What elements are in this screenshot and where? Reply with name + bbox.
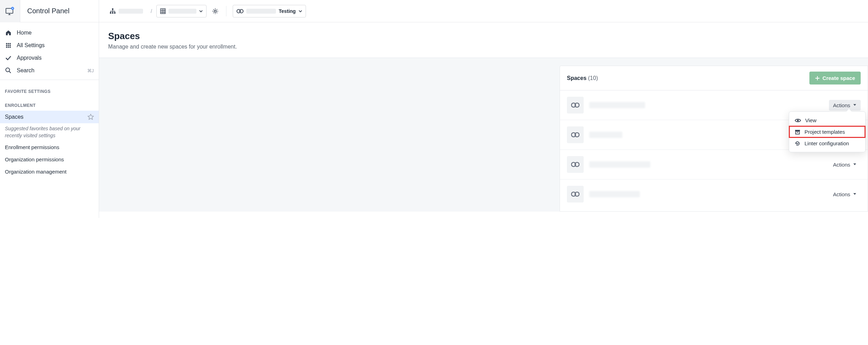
svg-rect-31 bbox=[795, 130, 800, 131]
dropdown-view[interactable]: View bbox=[789, 115, 865, 126]
svg-rect-32 bbox=[796, 131, 800, 134]
nav-spaces[interactable]: Spaces bbox=[0, 111, 99, 123]
panel-header: Spaces (10) Create space bbox=[560, 66, 868, 90]
create-space-label: Create space bbox=[823, 75, 855, 81]
svg-rect-9 bbox=[160, 9, 165, 14]
suggested-enrollment-permissions[interactable]: Enrollment permissions bbox=[0, 141, 99, 153]
redacted-space-name bbox=[589, 161, 650, 168]
svg-point-21 bbox=[8, 45, 9, 46]
context-label: Testing bbox=[279, 8, 296, 14]
monitor-gear-icon bbox=[5, 6, 15, 16]
dd-label: Linter configuration bbox=[805, 140, 849, 146]
actions-label: Actions bbox=[833, 191, 850, 197]
svg-point-18 bbox=[8, 43, 9, 44]
svg-line-27 bbox=[9, 72, 11, 73]
actions-button[interactable]: Actions bbox=[829, 189, 861, 200]
home-icon bbox=[5, 30, 12, 36]
search-icon bbox=[5, 67, 12, 74]
svg-rect-8 bbox=[114, 12, 115, 14]
plus-icon bbox=[815, 76, 820, 81]
page-header: Spaces Manage and create new spaces for … bbox=[99, 22, 868, 58]
nav-home[interactable]: Home bbox=[0, 27, 99, 39]
eye-icon bbox=[795, 118, 801, 123]
svg-rect-6 bbox=[110, 12, 111, 14]
nav-search[interactable]: Search ⌘J bbox=[0, 64, 99, 77]
nav-label: Approvals bbox=[17, 55, 42, 61]
svg-point-4 bbox=[12, 8, 13, 9]
svg-point-24 bbox=[8, 46, 9, 48]
actions-label: Actions bbox=[833, 162, 850, 168]
space-icon-box bbox=[567, 126, 584, 143]
shortcut-label: ⌘J bbox=[87, 68, 94, 73]
breadcrumb-separator: / bbox=[151, 8, 152, 14]
actions-label: Actions bbox=[833, 102, 850, 108]
content: Spaces Manage and create new spaces for … bbox=[99, 22, 868, 218]
body-area: Spaces (10) Create space Action bbox=[99, 58, 868, 212]
sidebar: Home All Settings Approvals Search ⌘J FA… bbox=[0, 22, 99, 218]
project-selector[interactable] bbox=[156, 5, 207, 17]
settings-button[interactable] bbox=[211, 7, 220, 16]
svg-point-17 bbox=[6, 43, 7, 44]
main-wrap: Home All Settings Approvals Search ⌘J FA… bbox=[0, 22, 868, 218]
space-row: Actions View Project templates bbox=[560, 90, 868, 120]
dropdown-linter[interactable]: Linter configuration bbox=[789, 138, 865, 149]
caret-down-icon bbox=[853, 104, 856, 107]
chevron-down-icon bbox=[299, 9, 302, 13]
actions-button[interactable]: Actions bbox=[829, 100, 861, 111]
svg-point-23 bbox=[6, 46, 7, 48]
divider bbox=[0, 80, 99, 80]
gear-icon bbox=[212, 8, 218, 14]
panel-count: (10) bbox=[588, 75, 598, 81]
svg-point-19 bbox=[9, 43, 11, 44]
svg-point-22 bbox=[9, 45, 11, 46]
panel-title: Spaces (10) bbox=[567, 75, 598, 81]
favorites-section-label: FAVORITE SETTINGS bbox=[0, 83, 99, 97]
svg-point-25 bbox=[9, 46, 11, 48]
history-check-icon bbox=[795, 141, 800, 146]
link-icon bbox=[571, 191, 579, 197]
top-bar: Control Panel / Testing bbox=[0, 0, 868, 22]
chevron-down-icon bbox=[199, 9, 203, 13]
nav-label: Spaces bbox=[5, 114, 23, 120]
space-selector[interactable]: Testing bbox=[233, 5, 306, 17]
link-icon bbox=[571, 132, 579, 138]
space-row: Actions bbox=[560, 150, 868, 179]
actions-button[interactable]: Actions bbox=[829, 159, 861, 170]
redacted-org-name bbox=[119, 9, 143, 14]
dropdown-project-templates[interactable]: Project templates bbox=[789, 126, 865, 138]
create-space-button[interactable]: Create space bbox=[809, 72, 861, 85]
grid-icon bbox=[160, 8, 166, 14]
star-icon[interactable] bbox=[88, 114, 94, 120]
dd-label: Project templates bbox=[805, 129, 845, 135]
page-title: Spaces bbox=[108, 31, 859, 42]
link-icon bbox=[237, 9, 244, 14]
hierarchy-icon bbox=[110, 8, 116, 14]
redacted-space-name bbox=[589, 191, 640, 197]
enrollment-section-label: ENROLLMENT bbox=[0, 97, 99, 111]
svg-rect-5 bbox=[112, 8, 113, 10]
nav-all-settings[interactable]: All Settings bbox=[0, 39, 99, 52]
redacted-project-name bbox=[169, 9, 196, 14]
svg-point-26 bbox=[6, 68, 10, 72]
nav-label: All Settings bbox=[17, 42, 45, 49]
archive-icon bbox=[795, 129, 800, 135]
nav-approvals[interactable]: Approvals bbox=[0, 52, 99, 64]
svg-point-30 bbox=[797, 119, 799, 121]
favorites-hint: Suggested favorites based on your recent… bbox=[0, 123, 99, 141]
org-selector[interactable] bbox=[106, 6, 147, 16]
svg-point-14 bbox=[214, 10, 216, 12]
svg-point-20 bbox=[6, 45, 7, 46]
link-icon bbox=[571, 102, 579, 108]
nav-label: Search bbox=[17, 67, 35, 74]
redacted-space-name bbox=[589, 132, 622, 138]
panel-title-text: Spaces bbox=[567, 75, 586, 81]
caret-down-icon bbox=[853, 193, 856, 196]
suggested-org-permissions[interactable]: Organization permissions bbox=[0, 153, 99, 166]
suggested-org-management[interactable]: Organization management bbox=[0, 166, 99, 178]
space-icon-box bbox=[567, 186, 584, 203]
redacted-space-name bbox=[589, 102, 645, 108]
nav-label: Home bbox=[17, 30, 32, 36]
divider bbox=[226, 6, 226, 16]
app-logo bbox=[0, 0, 20, 22]
page-subtitle: Manage and create new spaces for your en… bbox=[108, 44, 859, 50]
